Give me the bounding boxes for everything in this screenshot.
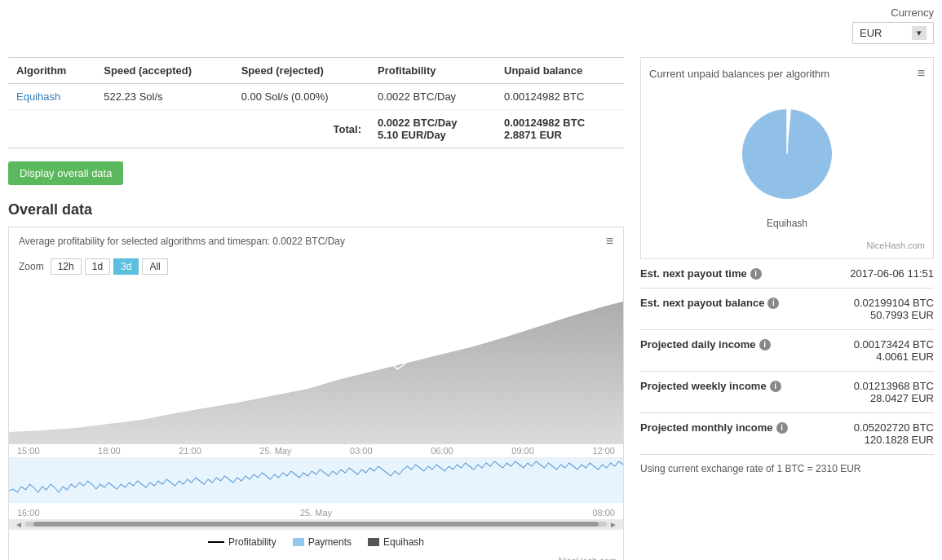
left-panel: Algorithm Speed (accepted) Speed (reject…	[8, 57, 624, 560]
scrollbar-track	[25, 522, 607, 527]
right-panel: Current unpaid balances per algorithm ≡ …	[640, 57, 934, 560]
col-profitability: Profitability	[369, 58, 496, 84]
scrollbar-thumb[interactable]	[33, 522, 599, 527]
overall-title: Overall data	[8, 201, 624, 218]
pie-header: Current unpaid balances per algorithm ≡	[649, 66, 925, 81]
stat-monthly-income-label: Projected monthly income i	[640, 421, 788, 434]
mini-chart	[9, 457, 623, 506]
stat-daily-income-label: Projected daily income i	[640, 338, 771, 351]
mini-xaxis-2: 08:00	[592, 508, 615, 518]
pie-chart-svg	[730, 97, 844, 211]
xaxis-4: 03:00	[350, 446, 373, 456]
chart-legend: Profitability Payments Equihash	[9, 529, 623, 554]
info-icon-weekly[interactable]: i	[770, 381, 781, 392]
currency-arrow-icon: ▾	[912, 26, 927, 40]
xaxis-5: 06:00	[431, 446, 453, 456]
chart-header-text: Average profitability for selected algor…	[19, 236, 345, 247]
zoom-1d[interactable]: 1d	[85, 258, 110, 275]
legend-equihash-label: Equihash	[383, 536, 424, 548]
table-row: Equihash 522.23 Sol/s 0.00 Sol/s (0.00%)…	[8, 84, 624, 110]
stat-monthly-values: 0.05202720 BTC 120.1828 EUR	[854, 421, 934, 446]
legend-line-icon	[208, 541, 224, 543]
stat-weekly-income-label: Projected weekly income i	[640, 380, 781, 392]
currency-section: Currency EUR ▾	[852, 7, 934, 44]
stat-daily-values: 0.00173424 BTC 4.0061 EUR	[854, 338, 934, 363]
display-overall-button[interactable]: Display overall data	[8, 161, 123, 185]
scroll-left-icon[interactable]: ◄	[12, 520, 25, 529]
legend-payments-label: Payments	[308, 536, 352, 548]
mining-table: Algorithm Speed (accepted) Speed (reject…	[8, 57, 624, 148]
col-speed-rejected: Speed (rejected)	[233, 58, 369, 84]
chart-nicehash-credit: NiceHash.com	[9, 554, 623, 560]
stats-panel: Est. next payout time i 2017-06-06 11:51…	[640, 259, 934, 474]
stat-daily-income: Projected daily income i 0.00173424 BTC …	[640, 330, 934, 372]
zoom-3d[interactable]: 3d	[113, 258, 139, 275]
pie-legend-label: Equihash	[767, 218, 807, 229]
stat-monthly-income: Projected monthly income i 0.05202720 BT…	[640, 413, 934, 455]
currency-value: EUR	[860, 27, 882, 39]
stat-weekly-income: Projected weekly income i 0.01213968 BTC…	[640, 372, 934, 413]
stat-next-payout-balance-values: 0.02199104 BTC 50.7993 EUR	[854, 297, 934, 321]
exchange-note: Using current exchange rate of 1 BTC = 2…	[640, 463, 934, 474]
zoom-all[interactable]: All	[142, 258, 167, 275]
xaxis-2: 21:00	[179, 446, 201, 456]
pie-container: Equihash	[649, 89, 925, 237]
unpaid-balance-cell: 0.00124982 BTC	[496, 84, 624, 110]
chart-section: Average profitability for selected algor…	[8, 227, 624, 560]
pie-section: Current unpaid balances per algorithm ≡ …	[640, 57, 934, 259]
legend-payments-icon	[293, 538, 304, 546]
total-balance-btc: 0.00124982 BTC	[504, 117, 616, 129]
pie-nicehash-credit: NiceHash.com	[649, 240, 925, 250]
zoom-label: Zoom	[19, 261, 44, 272]
main-container: Algorithm Speed (accepted) Speed (reject…	[0, 49, 942, 560]
stat-next-payout-time-value: 2017-06-06 11:51	[850, 267, 934, 280]
legend-equihash: Equihash	[368, 536, 424, 548]
stat-weekly-values: 0.01213968 BTC 28.0427 EUR	[854, 380, 934, 404]
info-icon-payout-time[interactable]: i	[750, 268, 762, 280]
stat-next-payout-time: Est. next payout time i 2017-06-06 11:51	[640, 259, 934, 289]
total-profitability-eur: 5.10 EUR/Day	[378, 129, 488, 141]
total-profitability-btc: 0.0022 BTC/Day	[378, 117, 488, 129]
col-speed-accepted: Speed (accepted)	[95, 58, 232, 84]
zoom-controls: Zoom 12h 1d 3d All	[9, 255, 623, 281]
svg-marker-0	[9, 302, 623, 444]
main-chart	[9, 281, 623, 444]
total-balance-eur: 2.8871 EUR	[504, 129, 616, 141]
col-unpaid-balance: Unpaid balance	[496, 58, 624, 84]
total-row: Total: 0.0022 BTC/Day 5.10 EUR/Day 0.001…	[8, 110, 624, 148]
col-algorithm: Algorithm	[8, 58, 95, 84]
stat-next-payout-balance-label: Est. next payout balance i	[640, 297, 779, 309]
chart-menu-icon[interactable]: ≡	[606, 234, 613, 249]
info-icon-daily[interactable]: i	[759, 339, 771, 351]
main-xaxis: 15:00 18:00 21:00 25. May 03:00 06:00 09…	[9, 444, 623, 457]
algo-link[interactable]: Equihash	[16, 90, 60, 103]
zoom-12h[interactable]: 12h	[51, 258, 82, 275]
info-icon-payout-balance[interactable]: i	[767, 298, 779, 309]
xaxis-1: 18:00	[98, 446, 121, 456]
xaxis-3: 25. May	[259, 446, 291, 456]
chart-header: Average profitability for selected algor…	[9, 227, 623, 255]
legend-profitability: Profitability	[208, 536, 276, 548]
legend-profitability-label: Profitability	[228, 536, 276, 548]
mini-xaxis-0: 16:00	[17, 508, 40, 518]
legend-equihash-icon	[368, 538, 379, 546]
legend-payments: Payments	[293, 536, 352, 548]
info-icon-monthly[interactable]: i	[776, 422, 788, 434]
xaxis-7: 12:00	[592, 446, 615, 456]
stat-next-payout-balance: Est. next payout balance i 0.02199104 BT…	[640, 289, 934, 330]
mini-xaxis-1: 25. May	[300, 508, 332, 518]
profitability-cell: 0.0022 BTC/Day	[369, 84, 496, 110]
xaxis-0: 15:00	[17, 446, 40, 456]
chart-scrollbar[interactable]: ◄ ►	[9, 519, 623, 529]
svg-rect-1	[9, 458, 623, 503]
speed-rejected-cell: 0.00 Sol/s (0.00%)	[233, 84, 369, 110]
stat-next-payout-time-label: Est. next payout time i	[640, 267, 762, 280]
scroll-right-icon[interactable]: ►	[607, 520, 620, 529]
currency-dropdown[interactable]: EUR ▾	[852, 22, 934, 44]
total-profitability: 0.0022 BTC/Day 5.10 EUR/Day	[369, 110, 496, 148]
mini-xaxis: 16:00 25. May 08:00	[9, 506, 623, 519]
currency-label: Currency	[891, 7, 934, 19]
pie-title: Current unpaid balances per algorithm	[649, 68, 829, 80]
total-label: Total:	[8, 110, 369, 148]
pie-menu-icon[interactable]: ≡	[918, 66, 925, 81]
